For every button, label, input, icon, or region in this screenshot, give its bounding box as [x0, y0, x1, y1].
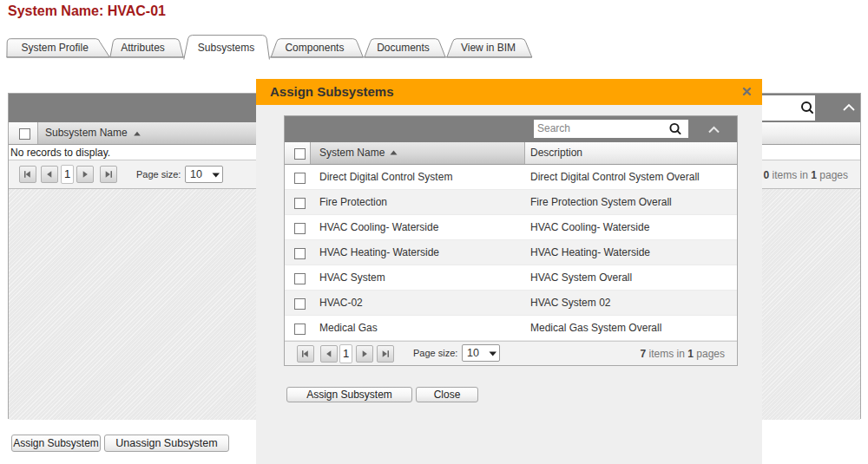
svg-text:Attributes: Attributes [121, 42, 165, 54]
svg-text:Components: Components [285, 42, 344, 54]
svg-text:View in BIM: View in BIM [461, 42, 516, 54]
svg-text:Documents: Documents [377, 42, 430, 54]
svg-text:Subsystems: Subsystems [198, 42, 254, 54]
svg-text:System Profile: System Profile [22, 42, 89, 54]
